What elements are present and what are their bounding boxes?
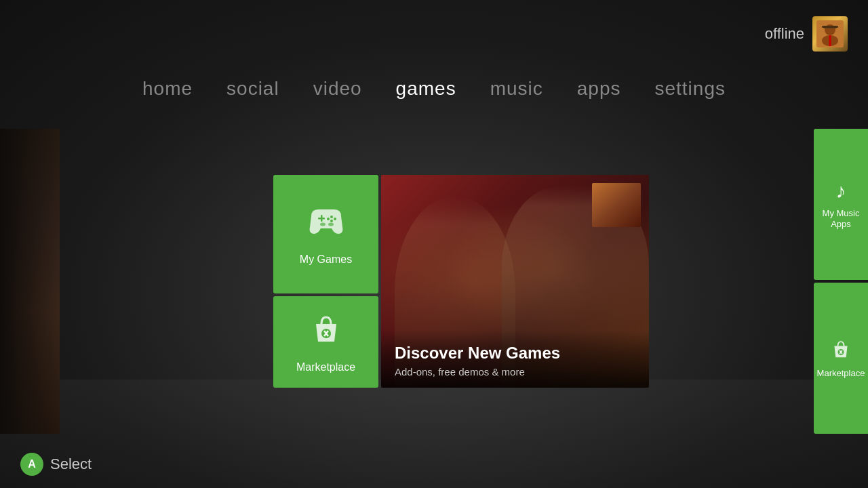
green-tiles-column: My Games Marketplace xyxy=(273,175,378,388)
music-note-icon: ♪ xyxy=(836,180,846,203)
featured-subtitle: Add-ons, free demos & more xyxy=(395,366,635,378)
nav-apps[interactable]: apps xyxy=(577,75,621,103)
featured-thumbnail xyxy=(592,183,641,227)
nav-games[interactable]: games xyxy=(396,75,456,103)
my-games-tile[interactable]: My Games xyxy=(273,175,378,293)
featured-title: Discover New Games xyxy=(395,344,635,363)
nav-settings[interactable]: settings xyxy=(654,75,726,103)
nav-video[interactable]: video xyxy=(313,75,362,103)
right-marketplace-tile[interactable]: Marketplace xyxy=(814,283,868,434)
right-music-apps-tile[interactable]: ♪ My Music Apps xyxy=(814,129,868,280)
thumb-image xyxy=(592,183,641,227)
right-marketplace-icon xyxy=(830,338,852,363)
marketplace-icon xyxy=(309,311,343,354)
nav-social[interactable]: social xyxy=(226,75,279,103)
content-area: My Games Marketplace xyxy=(0,129,868,434)
marketplace-tile[interactable]: Marketplace xyxy=(273,296,378,388)
left-preview xyxy=(0,129,60,434)
connection-status: offline xyxy=(765,25,804,43)
svg-rect-7 xyxy=(318,218,325,220)
select-label: Select xyxy=(50,455,92,473)
select-button[interactable]: A Select xyxy=(20,453,92,476)
tiles-wrapper: My Games Marketplace xyxy=(273,175,649,388)
my-games-label: My Games xyxy=(300,253,352,266)
svg-point-9 xyxy=(334,218,336,220)
featured-overlay: Discover New Games Add-ons, free demos &… xyxy=(381,330,649,388)
right-marketplace-label: Marketplace xyxy=(817,368,865,379)
left-preview-bg xyxy=(0,129,60,434)
avatar[interactable] xyxy=(812,16,848,52)
avatar-image xyxy=(812,16,848,52)
svg-point-13 xyxy=(328,222,334,226)
svg-point-8 xyxy=(330,216,333,218)
a-button-icon: A xyxy=(20,453,43,476)
svg-point-12 xyxy=(320,222,326,226)
right-partial-tiles: ♪ My Music Apps Marketplace xyxy=(814,129,868,434)
music-apps-label: My Music Apps xyxy=(817,208,865,229)
marketplace-label: Marketplace xyxy=(296,361,355,373)
top-bar: offline xyxy=(0,0,868,68)
bottom-bar: A Select xyxy=(0,441,868,488)
svg-point-10 xyxy=(330,220,333,222)
featured-tile[interactable]: Discover New Games Add-ons, free demos &… xyxy=(381,175,649,388)
main-nav: home social video games music apps setti… xyxy=(0,75,868,103)
status-area: offline xyxy=(765,16,848,52)
svg-rect-3 xyxy=(822,26,838,28)
svg-point-11 xyxy=(327,218,330,220)
nav-home[interactable]: home xyxy=(142,75,193,103)
controller-icon xyxy=(306,203,347,247)
nav-music[interactable]: music xyxy=(490,75,543,103)
